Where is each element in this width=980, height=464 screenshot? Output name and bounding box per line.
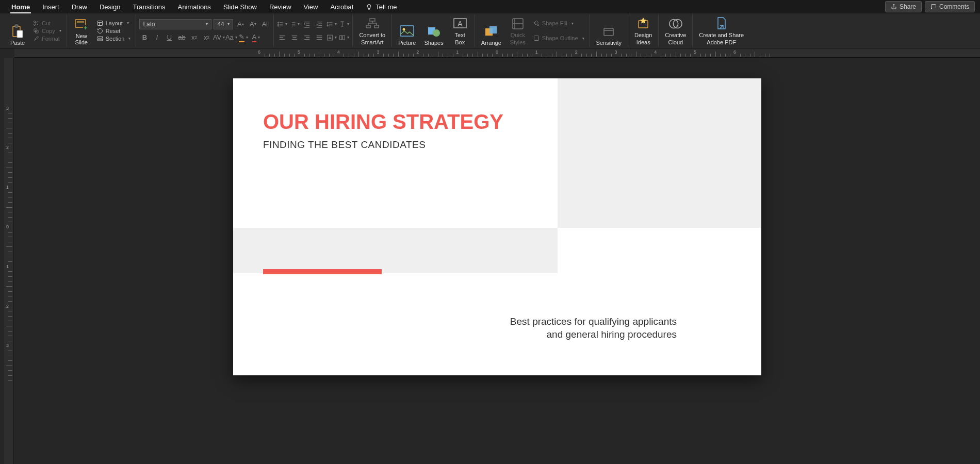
svg-rect-29	[489, 26, 497, 34]
layout-button[interactable]: Layout	[95, 20, 133, 27]
text-direction-button[interactable]	[339, 19, 349, 29]
align-right-button[interactable]	[302, 32, 312, 43]
tell-me[interactable]: Tell me	[360, 1, 403, 13]
font-color-button[interactable]: A	[251, 32, 261, 43]
line-spacing-button[interactable]	[326, 19, 337, 29]
pdf-icon	[714, 16, 729, 31]
cc-label2: Cloud	[668, 39, 683, 45]
tab-transitions[interactable]: Transitions	[126, 1, 171, 13]
svg-point-4	[34, 24, 36, 25]
cut-button[interactable]: Cut	[31, 20, 63, 27]
tab-view[interactable]: View	[298, 1, 324, 13]
arrange-button[interactable]: Arrange	[478, 15, 504, 47]
tab-draw[interactable]: Draw	[66, 1, 93, 13]
highlight-button[interactable]: ✎	[238, 32, 249, 43]
tab-review[interactable]: Review	[263, 1, 298, 13]
slide-subtitle[interactable]: FINDING THE BEST CANDIDATES	[263, 139, 426, 151]
underline-button[interactable]: U	[164, 32, 174, 43]
italic-button[interactable]: I	[152, 32, 162, 43]
change-case-button[interactable]: Aa	[226, 32, 236, 43]
align-right-icon	[303, 34, 311, 41]
pdf-label1: Create and Share	[699, 32, 744, 38]
superscript-button[interactable]: x2	[201, 32, 211, 43]
shape-fill-label: Shape Fill	[542, 20, 567, 26]
tab-insert[interactable]: Insert	[36, 1, 66, 13]
columns-button[interactable]	[339, 32, 349, 43]
svg-rect-19	[370, 19, 375, 21]
shapes-icon	[427, 24, 441, 39]
textbox-icon: A	[453, 16, 467, 31]
decrease-font-button[interactable]: A▾	[248, 19, 258, 29]
align-center-button[interactable]	[289, 32, 300, 43]
increase-indent-button[interactable]	[314, 19, 324, 29]
bold-button[interactable]: B	[139, 32, 150, 43]
svg-rect-18	[343, 35, 345, 39]
shapes-button[interactable]: Shapes	[421, 15, 446, 47]
subscript-button[interactable]: x2	[189, 32, 199, 43]
comment-icon	[930, 4, 937, 10]
sensitivity-button[interactable]: Sensitivity	[593, 15, 625, 47]
align-left-button[interactable]	[277, 32, 287, 43]
shape-fill-button[interactable]: Shape Fill	[531, 20, 586, 27]
group-arrange: Arrange Quick Styles Shape Fill Shape Ou…	[475, 14, 590, 47]
create-pdf-button[interactable]: Create and Share Adobe PDF	[696, 15, 747, 47]
textbox-label1: Text	[455, 32, 465, 38]
svg-rect-31	[534, 36, 538, 41]
group-font: Lato▾ 44▾ A▴ A▾ A⃠ B I U ab x2 x2 AV Aa …	[136, 14, 274, 47]
indent-icon	[316, 21, 323, 28]
svg-rect-32	[604, 28, 613, 36]
quick-styles-button[interactable]: Quick Styles	[507, 15, 529, 47]
svg-rect-11	[97, 37, 102, 38]
outline-icon	[533, 35, 540, 41]
increase-font-button[interactable]: A▴	[235, 19, 246, 29]
strike-button[interactable]: ab	[176, 32, 187, 43]
bullets-button[interactable]	[277, 19, 287, 29]
design-ideas-button[interactable]: Design Ideas	[631, 15, 655, 47]
slide[interactable]: OUR HIRING STRATEGY FINDING THE BEST CAN…	[233, 78, 761, 375]
group-paragraph	[274, 14, 353, 47]
font-size-select[interactable]: 44▾	[214, 19, 233, 29]
decrease-indent-button[interactable]	[302, 19, 312, 29]
shape-outline-button[interactable]: Shape Outline	[531, 35, 586, 42]
smartart-label1: Convert to	[359, 32, 385, 38]
tab-design[interactable]: Design	[93, 1, 126, 13]
tab-acrobat[interactable]: Acrobat	[324, 1, 360, 13]
numbering-icon	[289, 21, 296, 28]
align-text-button[interactable]	[326, 32, 337, 43]
svg-rect-10	[97, 21, 102, 25]
paste-button[interactable]: Paste	[6, 15, 29, 47]
align-left-icon	[279, 34, 286, 41]
font-name-select[interactable]: Lato▾	[139, 19, 211, 29]
copy-button[interactable]: Copy	[31, 27, 63, 35]
svg-point-13	[278, 22, 279, 23]
reset-button[interactable]: Reset	[95, 27, 133, 35]
slide-body[interactable]: Best practices for qualifying applicants…	[388, 316, 677, 341]
section-button[interactable]: Section	[95, 35, 133, 42]
char-spacing-button[interactable]: AV	[214, 32, 224, 43]
menu-tabs: Home Insert Draw Design Transitions Anim…	[0, 0, 980, 13]
justify-button[interactable]	[314, 32, 324, 43]
share-button[interactable]: Share	[885, 1, 922, 12]
slide-title[interactable]: OUR HIRING STRATEGY	[263, 110, 503, 134]
text-direction-icon	[339, 21, 346, 28]
convert-smartart-button[interactable]: Convert to SmartArt	[356, 15, 388, 47]
svg-rect-12	[97, 39, 102, 41]
section-icon	[97, 36, 103, 42]
picture-button[interactable]: Picture	[395, 15, 419, 47]
format-painter-button[interactable]: Format	[31, 35, 63, 42]
bulb-icon	[366, 4, 372, 10]
new-slide-button[interactable]: New Slide	[70, 15, 93, 47]
tab-home[interactable]: Home	[5, 1, 36, 13]
textbox-button[interactable]: A Text Box	[449, 15, 471, 47]
clear-format-icon: A⃠	[262, 20, 269, 28]
tab-animations[interactable]: Animations	[172, 1, 217, 13]
tab-slideshow[interactable]: Slide Show	[217, 1, 263, 13]
slide-canvas[interactable]: OUR HIRING STRATEGY FINDING THE BEST CAN…	[14, 58, 980, 464]
comments-button[interactable]: Comments	[925, 1, 975, 12]
creative-cloud-button[interactable]: Creative Cloud	[662, 15, 689, 47]
group-slides: New Slide Layout Reset Section	[67, 14, 137, 47]
design-label2: Ideas	[636, 39, 650, 45]
clear-format-button[interactable]: A⃠	[260, 19, 270, 29]
numbering-button[interactable]	[289, 19, 300, 29]
svg-point-35	[673, 20, 682, 28]
